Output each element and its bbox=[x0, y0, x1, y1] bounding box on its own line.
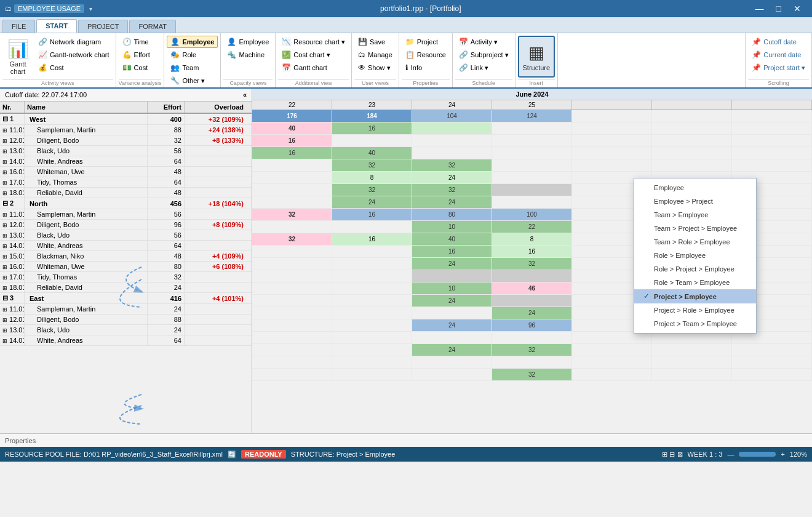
show-button[interactable]: 👁 Show ▾ bbox=[354, 62, 396, 74]
dropdown-item[interactable]: Project > Role > Employee bbox=[634, 303, 756, 317]
current-date-button[interactable]: 📌 Current date bbox=[748, 49, 809, 61]
table-row[interactable]: ⊞ 17.01 Tidy, Thomas 32 bbox=[0, 272, 252, 283]
table-row[interactable]: ⊞ 14.01 White, Andreas 64 bbox=[0, 156, 252, 167]
emp-expand-icon[interactable]: ⊞ bbox=[2, 212, 7, 218]
emp-expand-icon[interactable]: ⊞ bbox=[2, 159, 7, 165]
table-row[interactable]: ⊞ 13.01 Black, Udo 24 bbox=[0, 325, 252, 335]
table-row-group[interactable]: ⊟ 2 North 456 +18 (104%) bbox=[0, 198, 252, 209]
cost-chart-button[interactable]: 💹 Cost chart ▾ bbox=[278, 49, 349, 61]
refresh-icon[interactable]: 🔄 bbox=[228, 451, 236, 459]
close-button[interactable]: ✕ bbox=[787, 2, 807, 15]
resource-props-button[interactable]: 📋 Resource bbox=[402, 49, 450, 61]
capacity-employee-button[interactable]: 👤 Employee bbox=[223, 36, 273, 48]
maximize-button[interactable]: □ bbox=[770, 2, 787, 15]
project-props-button[interactable]: 📁 Project bbox=[402, 36, 450, 48]
time-button[interactable]: 🕐 Time bbox=[119, 36, 154, 48]
gantt-network-button[interactable]: 📈 Gantt-network chart bbox=[34, 49, 113, 61]
dropdown-item[interactable]: ✓ Project > Employee bbox=[634, 289, 756, 303]
gantt-chart-button[interactable]: 📊 Ganttchart bbox=[2, 36, 33, 78]
cutoff-date-button[interactable]: 📌 Cutoff date bbox=[748, 36, 809, 48]
dropdown-item[interactable]: Team > Project > Employee bbox=[634, 222, 756, 235]
tab-format[interactable]: FORMAT bbox=[129, 20, 176, 33]
effort-button[interactable]: 💪 Effort bbox=[119, 49, 154, 61]
structure-button[interactable]: ▦ Structure bbox=[518, 36, 555, 78]
layout-icons[interactable]: ⊞ ⊟ ⊠ bbox=[662, 451, 682, 459]
dropdown-item[interactable]: Team > Employee bbox=[634, 208, 756, 222]
table-row[interactable]: ⊞ 11.01 Sampleman, Martin 24 bbox=[0, 304, 252, 315]
table-row[interactable]: ⊞ 14.01 White, Andreas 64 bbox=[0, 241, 252, 251]
emp-expand-icon[interactable]: ⊞ bbox=[2, 317, 7, 323]
emp-expand-icon[interactable]: ⊞ bbox=[2, 264, 7, 270]
group-expand-icon[interactable]: ⊟ bbox=[2, 199, 8, 207]
role-button[interactable]: 🎭 Role bbox=[167, 49, 218, 61]
table-row[interactable]: ⊞ 14.01 White, Andreas 64 bbox=[0, 335, 252, 346]
cell-overload-emp bbox=[185, 244, 246, 247]
emp-expand-icon[interactable]: ⊞ bbox=[2, 127, 7, 134]
table-row[interactable]: ⊞ 11.01 Sampleman, Martin 88 +24 (138%) bbox=[0, 125, 252, 135]
table-row[interactable]: ⊞ 15.01 Blackman, Niko 48 +4 (109%) bbox=[0, 251, 252, 262]
tab-file[interactable]: FILE bbox=[2, 20, 35, 33]
link-button[interactable]: 🔗 Link ▾ bbox=[455, 62, 512, 74]
machine-button[interactable]: 🔩 Machine bbox=[223, 49, 273, 61]
cost-button[interactable]: 💰 Cost bbox=[34, 62, 113, 74]
zoom-out-button[interactable]: — bbox=[727, 451, 734, 458]
subproject-button[interactable]: 🔗 Subproject ▾ bbox=[455, 49, 512, 61]
variance-cost-button[interactable]: 💵 Cost bbox=[119, 62, 154, 74]
emp-expand-icon[interactable]: ⊞ bbox=[2, 222, 7, 228]
table-row-group[interactable]: ⊟ 3 East 416 +4 (101%) bbox=[0, 293, 252, 304]
emp-expand-icon[interactable]: ⊞ bbox=[2, 338, 7, 344]
emp-expand-icon[interactable]: ⊞ bbox=[2, 243, 7, 249]
team-button[interactable]: 👥 Team bbox=[167, 62, 218, 74]
dropdown-item[interactable]: Role > Project > Employee bbox=[634, 262, 756, 276]
emp-expand-icon[interactable]: ⊞ bbox=[2, 180, 7, 186]
structure-dropdown[interactable]: Employee Employee > Project Team > Emplo… bbox=[634, 178, 757, 334]
table-row[interactable]: ⊞ 17.01 Tidy, Thomas 64 bbox=[0, 177, 252, 188]
tab-project[interactable]: PROJECT bbox=[78, 20, 128, 33]
activity-button[interactable]: 📅 Activity ▾ bbox=[455, 36, 512, 48]
table-row[interactable]: ⊞ 13.01 Black, Udo 56 bbox=[0, 146, 252, 156]
table-row[interactable]: ⊞ 11.01 Sampleman, Martin 56 bbox=[0, 209, 252, 220]
dropdown-item[interactable]: Project > Team > Employee bbox=[634, 317, 756, 331]
emp-expand-icon[interactable]: ⊞ bbox=[2, 327, 7, 334]
navigate-back[interactable]: « bbox=[243, 91, 247, 98]
table-row[interactable]: ⊞ 18.01 Reliable, David 24 bbox=[0, 283, 252, 293]
group-expand-icon[interactable]: ⊟ bbox=[2, 294, 8, 302]
emp-expand-icon[interactable]: ⊞ bbox=[2, 275, 7, 281]
manage-button[interactable]: 🗂 Manage bbox=[354, 49, 396, 61]
dropdown-item[interactable]: Team > Role > Employee bbox=[634, 235, 756, 249]
dropdown-item[interactable]: Role > Team > Employee bbox=[634, 276, 756, 289]
gantt-cell bbox=[652, 110, 732, 122]
table-row[interactable]: ⊞ 13.01 Black, Udo 56 bbox=[0, 230, 252, 241]
resource-chart-button[interactable]: 📉 Resource chart ▾ bbox=[278, 36, 349, 48]
zoom-in-button[interactable]: + bbox=[781, 451, 784, 458]
network-diagram-button[interactable]: 🔗 Network diagram bbox=[34, 36, 113, 48]
table-row[interactable]: ⊞ 12.01 Diligent, Bodo 32 +8 (133%) bbox=[0, 135, 252, 146]
emp-expand-icon[interactable]: ⊞ bbox=[2, 254, 7, 260]
dropdown-item[interactable]: Role > Employee bbox=[634, 249, 756, 262]
dropdown-item[interactable]: Employee > Project bbox=[634, 194, 756, 208]
table-row[interactable]: ⊞ 16.01 Whiteman, Uwe 48 bbox=[0, 167, 252, 177]
save-view-button[interactable]: 💾 Save bbox=[354, 36, 396, 48]
table-row[interactable]: ⊞ 12.01 Diligent, Bodo 96 +8 (109%) bbox=[0, 220, 252, 230]
emp-expand-icon[interactable]: ⊞ bbox=[2, 169, 7, 175]
table-row[interactable]: ⊞ 12.01 Diligent, Bodo 88 bbox=[0, 315, 252, 325]
table-row[interactable]: ⊞ 18.01 Reliable, David 48 bbox=[0, 188, 252, 198]
table-row-group[interactable]: ⊟ 1 West 400 +32 (109%) bbox=[0, 114, 252, 125]
emp-expand-icon[interactable]: ⊞ bbox=[2, 190, 7, 196]
project-start-button[interactable]: 📌 Project start ▾ bbox=[748, 62, 809, 74]
emp-expand-icon[interactable]: ⊞ bbox=[2, 285, 7, 291]
emp-expand-icon[interactable]: ⊞ bbox=[2, 148, 7, 154]
table-row[interactable]: ⊞ 16.01 Whiteman, Uwe 80 +6 (108%) bbox=[0, 262, 252, 272]
tab-start[interactable]: START bbox=[36, 19, 77, 33]
zoom-slider[interactable] bbox=[739, 452, 776, 457]
dropdown-item[interactable]: Employee bbox=[634, 181, 756, 194]
minimize-button[interactable]: — bbox=[749, 2, 770, 15]
group-expand-icon[interactable]: ⊟ bbox=[2, 115, 8, 122]
other-button[interactable]: 🔧 Other ▾ bbox=[167, 74, 218, 87]
gantt-chart-additional-button[interactable]: 📅 Gantt chart bbox=[278, 62, 349, 74]
info-button[interactable]: ℹ Info bbox=[402, 62, 450, 74]
employee-resource-button[interactable]: 👤 Employee bbox=[167, 36, 218, 48]
emp-expand-icon[interactable]: ⊞ bbox=[2, 307, 7, 313]
emp-expand-icon[interactable]: ⊞ bbox=[2, 233, 7, 239]
emp-expand-icon[interactable]: ⊞ bbox=[2, 138, 7, 144]
